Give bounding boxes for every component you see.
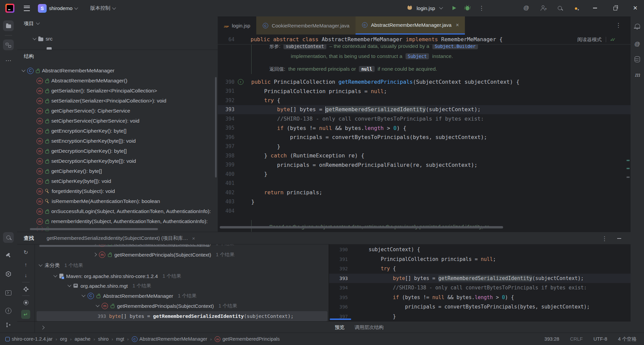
panel-splitter[interactable] [17, 50, 218, 50]
error-stripe-mark[interactable] [627, 168, 630, 169]
error-stripe-mark[interactable] [627, 160, 630, 161]
main-menu-icon[interactable] [24, 6, 30, 11]
structure-item[interactable]: setEncryptionCipherKey(byte[]): void [17, 136, 218, 146]
tool-structure-button[interactable] [3, 40, 14, 50]
structure-item[interactable]: AbstractRememberMeManager [17, 66, 218, 76]
tool-project-button[interactable] [3, 20, 14, 31]
more-run-actions-icon[interactable] [479, 5, 484, 12]
project-panel-header[interactable]: 项目 [17, 19, 218, 28]
chevron-down-icon[interactable] [39, 263, 42, 266]
tool-git-button[interactable] [3, 320, 14, 330]
find-tree-node[interactable]: AbstractRememberMeManager1 个结果 [82, 291, 197, 301]
structure-item[interactable]: isRememberMe(AuthenticationToken): boole… [17, 196, 218, 206]
breadcrumb-item[interactable]: org [60, 336, 67, 342]
structure-item[interactable]: onSuccessfulLogin(Subject, Authenticatio… [17, 206, 218, 216]
find-settings-button[interactable] [21, 285, 30, 293]
reader-mode-widget[interactable]: 阅读器模式 [577, 36, 616, 43]
code-line[interactable]: 400} [218, 169, 631, 179]
structure-vertical-scrollbar[interactable] [215, 77, 217, 178]
close-icon[interactable]: × [192, 235, 195, 241]
editor-horizontal-scrollbar[interactable] [220, 226, 503, 228]
preview-line[interactable]: 392try { [329, 264, 631, 274]
preview-line[interactable]: 393byte[] bytes = getRememberedSerialize… [329, 274, 631, 283]
code-line[interactable]: 398} catch (RuntimeException re) { [218, 151, 631, 160]
preview-line[interactable]: 390subjectContext) { [329, 245, 631, 255]
chevron-down-icon[interactable] [439, 5, 443, 9]
settings-icon[interactable] [571, 2, 582, 14]
previous-occurrence-button[interactable] [21, 260, 30, 269]
breadcrumb-item[interactable]: getRememberedPrincipals [215, 336, 280, 342]
breadcrumb-item[interactable]: shiro-core-1.2.4.jar [5, 336, 53, 342]
chevron-down-icon[interactable] [21, 68, 25, 72]
tab-list-icon[interactable] [615, 22, 621, 29]
find-more-button[interactable] [600, 235, 609, 242]
search-everywhere-icon[interactable] [554, 2, 566, 14]
implements-gutter-icon[interactable] [238, 79, 244, 85]
breadcrumb-item[interactable]: AbstractRememberMeManager [132, 336, 207, 342]
status-item[interactable]: 393:28 [544, 336, 559, 342]
structure-item[interactable]: getCipherService(): CipherService [17, 106, 218, 116]
find-tree-node[interactable]: rememberSerializedIdentity(Subject, byte… [94, 244, 234, 249]
find-tree-node[interactable]: org.apache.shiro.mgt1 个结果 [68, 281, 151, 291]
editor-tab[interactable]: login.jsp [218, 16, 256, 34]
tool-services-button[interactable] [3, 269, 14, 279]
chevron-down-icon[interactable] [53, 273, 57, 277]
structure-item[interactable]: AbstractRememberMeManager() [17, 76, 218, 86]
code-line[interactable]: 396principals = convertBytesToPrincipals… [218, 133, 631, 142]
usage-row-selected[interactable]: 393byte[] bytes = getRememberedSerialize… [37, 311, 327, 321]
tool-problems-button[interactable] [3, 305, 14, 316]
breadcrumb-item[interactable]: apache [74, 336, 91, 342]
code-line[interactable]: 392try { [218, 96, 631, 105]
maven-button[interactable] [632, 69, 643, 80]
chevron-right-icon[interactable] [93, 253, 97, 256]
status-item[interactable]: 4 个空格 [618, 336, 637, 342]
preview-tab[interactable]: 预览 [335, 324, 344, 331]
chevron-down-icon[interactable] [96, 303, 99, 307]
structure-item[interactable]: setCipherKey(byte[]): void [17, 176, 218, 186]
inspections-ok-icon[interactable] [610, 37, 616, 42]
preview-line[interactable]: 396principals = convertBytesToPrincipals… [329, 302, 631, 312]
structure-item[interactable]: getSerializer(): Serializer<PrincipalCol… [17, 86, 218, 96]
jump-to-source-button[interactable] [21, 310, 30, 319]
notifications-button[interactable] [632, 20, 643, 31]
structure-item[interactable]: setDecryptionCipherKey(byte[]): void [17, 156, 218, 166]
breadcrumb-item[interactable]: shiro [98, 336, 108, 342]
editor-tab[interactable]: CookieRememberMeManager.java [256, 16, 356, 34]
structure-horizontal-scrollbar[interactable] [30, 228, 158, 230]
refresh-button[interactable] [21, 248, 30, 257]
find-tree-node[interactable]: 未分类1 个结果 [39, 260, 83, 270]
breadcrumb-item[interactable]: mgt [116, 336, 124, 342]
chevron-right-icon[interactable] [93, 244, 97, 246]
project-widget[interactable]: S shirodemo [35, 3, 81, 14]
project-src-row[interactable]: src [33, 34, 53, 44]
run-configuration[interactable]: login.jsp [417, 5, 435, 11]
structure-item[interactable]: getCipherKey(): byte[] [17, 166, 218, 176]
debug-button[interactable] [466, 6, 469, 10]
find-tree-node[interactable]: Maven: org.apache.shiro:shiro-core:1.2.4… [54, 271, 181, 281]
preview-line[interactable]: 397} [329, 312, 631, 322]
chevron-right-icon[interactable] [41, 326, 44, 329]
code-line[interactable]: 391PrincipalCollection principals = null… [218, 87, 631, 96]
code-line[interactable]: 390public PrincipalCollection getRemembe… [218, 77, 631, 87]
find-usages-tab[interactable]: getRememberedSerializedIdentity(SubjectC… [47, 235, 195, 242]
structure-item[interactable]: setSerializer(Serializer<PrincipalCollec… [17, 96, 218, 106]
code-line[interactable]: 394//SHIRO-138 - only call convertBytesT… [218, 114, 631, 124]
structure-item[interactable]: getDecryptionCipherKey(): byte[] [17, 146, 218, 156]
code-line[interactable]: 395if (bytes != null && bytes.length > 0… [218, 124, 631, 133]
chevron-down-icon[interactable] [82, 293, 85, 297]
tool-terminal-button[interactable] [3, 287, 14, 298]
structure-item[interactable]: getEncryptionCipherKey(): byte[] [17, 126, 218, 136]
error-stripe-mark[interactable] [627, 177, 630, 178]
code-line[interactable]: 399principals = onRememberedPrincipalFai… [218, 160, 631, 170]
pin-results-button[interactable] [21, 298, 30, 307]
code-line[interactable]: 401 [218, 179, 631, 188]
close-button[interactable] [628, 2, 643, 14]
more-tools-button[interactable] [3, 55, 14, 66]
structure-item[interactable]: setCipherService(CipherService): void [17, 116, 218, 126]
database-button[interactable] [632, 54, 643, 65]
chevron-down-icon[interactable] [67, 283, 71, 287]
vcs-widget[interactable]: 版本控制 [87, 3, 119, 14]
code-line[interactable]: 403} [218, 197, 631, 207]
preview-line[interactable]: 391PrincipalCollection principals = null… [329, 255, 631, 264]
minimize-button[interactable] [588, 2, 602, 14]
